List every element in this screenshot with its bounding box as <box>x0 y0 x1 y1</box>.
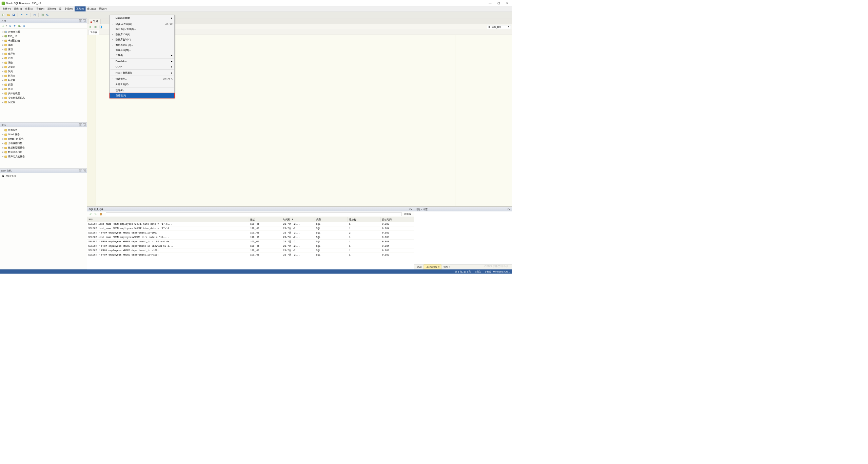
maximize-button[interactable]: ▢ <box>497 1 500 4</box>
column-header[interactable]: SQL <box>87 217 249 222</box>
find-button[interactable] <box>45 13 50 17</box>
table-row[interactable]: SELECT * FROM employees WHERE department… <box>87 253 414 257</box>
menu-item[interactable]: 窗口(W) <box>86 6 98 12</box>
tree-node[interactable]: ⊞分析视图报告 <box>0 141 87 146</box>
filter-button[interactable] <box>13 24 17 28</box>
message-tab[interactable]: 日志记录页 × <box>424 265 441 270</box>
column-header[interactable]: 连接 <box>249 217 282 222</box>
menu-item[interactable]: ▫SQL 工作表(W)Alt-F10 <box>110 21 174 26</box>
clear-button[interactable] <box>99 212 103 216</box>
tree-node[interactable]: ⊞触发器 <box>0 78 87 82</box>
redo-button[interactable] <box>25 13 29 17</box>
panel-restore-icon[interactable]: □ <box>79 123 82 126</box>
tree-node[interactable]: ⊞类型 <box>0 82 87 87</box>
table-row[interactable]: SELECT last_name FROM employeesWHERE hir… <box>87 235 414 240</box>
connections-tree[interactable]: ⊟Oracle 连接⊟19C_HR⊞表 (已过滤)⊞视图⊞索引⊞程序包⊞过程⊞函… <box>0 29 87 122</box>
column-header[interactable]: 持续时间... <box>381 217 414 222</box>
column-header[interactable]: 时间戳 ⬇ <box>282 217 315 222</box>
menu-item[interactable]: 实时 SQL 监视(S)... <box>110 26 174 32</box>
tree-node[interactable]: ⊞用户定义的报告 <box>0 154 87 159</box>
menu-item[interactable]: 导航(N) <box>35 6 46 12</box>
menu-item[interactable]: 外部工具(X)... <box>110 82 174 87</box>
message-tab[interactable]: 语句 × <box>442 265 452 269</box>
replace-button[interactable] <box>94 212 98 216</box>
menu-item[interactable]: 监视会话(M)... <box>110 47 174 53</box>
connection-selector[interactable]: 🗄 19C_HR ▼ <box>487 25 511 29</box>
panel-close-icon[interactable]: × <box>411 208 412 210</box>
menu-item[interactable]: 工具(T) <box>75 6 86 12</box>
menu-item[interactable]: 帮助(H) <box>98 6 109 12</box>
menu-item[interactable]: 编辑(E) <box>12 6 23 12</box>
menu-item[interactable]: 小组(M) <box>63 6 75 12</box>
history-filter-input[interactable] <box>106 212 401 216</box>
table-row[interactable]: SELECT last_name FROM employees WHERE hi… <box>87 226 414 231</box>
ssh-tree[interactable]: 🖥SSH 主机 <box>0 173 87 269</box>
menu-item[interactable]: Data Modeler▶ <box>110 15 174 20</box>
explain-button[interactable]: 📊 <box>99 25 103 29</box>
db-icon[interactable] <box>33 13 37 17</box>
table-row[interactable]: SELECT * FROM employees WHERE department… <box>87 244 414 248</box>
panel-close-icon[interactable]: × <box>509 208 511 210</box>
minimize-button[interactable]: — <box>489 1 491 4</box>
menu-item[interactable]: 首选项(P)... <box>110 93 174 98</box>
tree-node[interactable]: ⊞实体化视图日志 <box>0 96 87 100</box>
tree-node[interactable]: ⊞视图 <box>0 43 87 47</box>
run-button[interactable] <box>88 25 93 29</box>
panel-restore-icon[interactable]: □ <box>79 19 82 22</box>
ssh-root[interactable]: SSH 主机 <box>6 175 16 178</box>
panel-restore-icon[interactable]: □ <box>79 169 82 172</box>
tree-node[interactable]: ⊞函数 <box>0 60 87 65</box>
menu-item[interactable]: 功能(F)... <box>110 88 174 93</box>
message-tab[interactable]: 消息 <box>415 265 423 269</box>
tree-node[interactable]: ⊞过程 <box>0 56 87 60</box>
undo-button[interactable] <box>19 13 24 17</box>
menu-item[interactable]: 运行(R) <box>46 6 57 12</box>
tree-node[interactable]: 所有报告 <box>0 128 87 133</box>
tree-node[interactable]: ⊟Oracle 连接 <box>0 29 87 34</box>
menu-item[interactable]: Data Miner▶ <box>110 59 174 64</box>
tree-node[interactable]: ⊞索引 <box>0 47 87 52</box>
menu-item[interactable]: 源 <box>57 6 63 12</box>
menu-item[interactable]: REST 数据服务▶ <box>110 70 174 75</box>
sql-worksheet-button[interactable]: SQL <box>40 13 45 17</box>
tree-node[interactable]: ⊞队列表 <box>0 74 87 78</box>
panel-close-icon[interactable]: × <box>83 123 85 126</box>
menu-item[interactable]: 查看(V) <box>23 6 35 12</box>
new-button[interactable] <box>1 13 6 17</box>
run-script-button[interactable] <box>94 25 98 29</box>
table-row[interactable]: SELECT last_name FROM employees WHERE hi… <box>87 222 414 226</box>
table-row[interactable]: SELECT * FROM employees WHERE department… <box>87 248 414 253</box>
tree-node[interactable]: ⊞TimesTen 报告 <box>0 137 87 141</box>
find-db-button[interactable] <box>17 24 22 28</box>
menu-item[interactable]: OLAP▶ <box>110 64 174 69</box>
column-header[interactable]: 已执行 <box>348 217 381 222</box>
worksheet-tab[interactable]: 工作表 <box>88 30 99 35</box>
close-button[interactable]: ✕ <box>506 1 509 4</box>
save-button[interactable] <box>12 13 16 17</box>
menu-item[interactable]: ▫数据库导出(X)... <box>110 42 174 47</box>
tree-node[interactable]: ⊞实体化视图 <box>0 91 87 96</box>
tree-node[interactable]: ⊞数据模型器报告 <box>0 146 87 150</box>
new-connection-button[interactable] <box>1 24 5 28</box>
editor-tab-welcome[interactable]: "欢迎 <box>88 19 101 24</box>
table-row[interactable]: SELECT * FROM employees WHERE department… <box>87 231 414 235</box>
refresh-button[interactable] <box>7 24 12 28</box>
tree-node[interactable]: ⊞队列 <box>0 69 87 74</box>
tree-node[interactable]: ⊞同义词 <box>0 100 87 104</box>
panel-close-icon[interactable]: × <box>83 19 85 22</box>
tree-node[interactable]: ⊟19C_HR <box>0 34 87 38</box>
open-button[interactable] <box>6 13 11 17</box>
append-button[interactable] <box>88 212 93 216</box>
menu-item[interactable]: 文件(F) <box>1 6 13 12</box>
tree-node[interactable]: ⊞表 (已过滤) <box>0 38 87 43</box>
tree-node[interactable]: ⊞序列 <box>0 87 87 91</box>
tree-node[interactable]: ⊞运算符 <box>0 65 87 69</box>
history-table[interactable]: SQL连接时间戳 ⬇类型已执行持续时间...SELECT last_name F… <box>87 217 414 269</box>
menu-item[interactable]: ▫数据库复制(C)... <box>110 37 174 42</box>
menu-item[interactable]: ▫数据库 Diff(F)... <box>110 32 174 37</box>
tree-node[interactable]: ⊞数据字典报告 <box>0 150 87 154</box>
reports-tree[interactable]: 所有报告⊞OLAP 报告⊞TimesTen 报告⊞分析视图报告⊞数据模型器报告⊞… <box>0 127 87 168</box>
menu-item[interactable]: 迁移(I)▶ <box>110 53 174 58</box>
table-row[interactable]: SELECT * FROM employees WHERE department… <box>87 240 414 244</box>
column-header[interactable]: 类型 <box>315 217 348 222</box>
